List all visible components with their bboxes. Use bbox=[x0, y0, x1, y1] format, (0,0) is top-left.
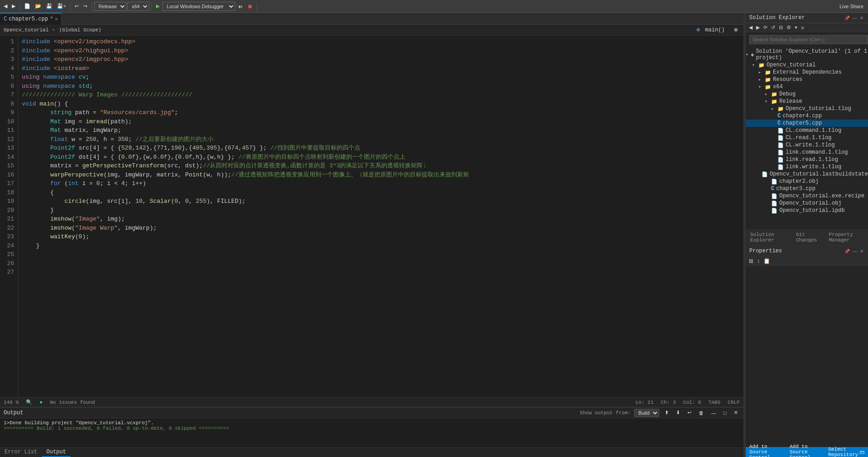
output-minimize-btn[interactable]: — bbox=[709, 409, 718, 417]
back-btn[interactable]: ◀ bbox=[2, 2, 9, 10]
search-solution-input[interactable] bbox=[749, 35, 868, 44]
sol-settings-btn[interactable]: ≡ bbox=[800, 25, 805, 31]
run-btn[interactable]: ▶ bbox=[154, 2, 161, 10]
sol-properties-btn[interactable]: ⚙ bbox=[785, 24, 792, 31]
config-dropdown[interactable]: Release bbox=[94, 2, 126, 11]
tree-item-tlog-main[interactable]: ▸📁Opencv_tutorial.tlog bbox=[746, 105, 868, 112]
sol-forward-btn[interactable]: ▶ bbox=[755, 24, 761, 31]
sol-refresh-btn[interactable]: ↺ bbox=[770, 24, 777, 31]
code-line: using namespace cv; bbox=[22, 73, 740, 82]
code-line: using namespace std; bbox=[22, 82, 740, 91]
output-panel: Output Show output from: Build ⬆ ⬇ ↩ 🗑 —… bbox=[0, 407, 743, 457]
tree-item-exe-recipe[interactable]: 📄Opencv_tutorial.exe.recipe bbox=[746, 192, 868, 200]
code-content[interactable]: 1234567891011121314151617181920212223242… bbox=[0, 35, 743, 397]
output-filter-dropdown[interactable]: Build bbox=[634, 409, 659, 417]
tree-item-cl-cmd[interactable]: 📄CL.command.1.tlog bbox=[746, 127, 868, 134]
tree-item-ext-dep[interactable]: ▸📁External Dependencies bbox=[746, 69, 868, 76]
tree-item-icon: C bbox=[771, 186, 774, 192]
tree-item-proj[interactable]: ▾📁Opencv_tutorial bbox=[746, 61, 868, 69]
line-number: 22 bbox=[4, 224, 14, 233]
tree-item-link-write[interactable]: 📄link.write.1.tlog bbox=[746, 163, 868, 171]
open-btn[interactable]: 📂 bbox=[33, 2, 43, 10]
editor-tab-chapter5[interactable]: C chapter5.cpp * ✕ bbox=[0, 13, 62, 25]
solution-minimize-btn[interactable]: — bbox=[852, 15, 858, 20]
select-repo-label[interactable]: Select Repository bbox=[828, 447, 859, 457]
tree-arrow: ▸ bbox=[765, 91, 771, 97]
tree-item-chapter2-obj[interactable]: 📄chapter2.obj bbox=[746, 178, 868, 185]
expand-editor-btn[interactable]: ⊕ bbox=[732, 26, 740, 34]
output-scroll-up-btn[interactable]: ⬆ bbox=[663, 409, 671, 417]
tree-item-label: Opencv_tutorial bbox=[767, 62, 816, 68]
solution-close-btn[interactable]: ✕ bbox=[859, 15, 864, 20]
props-sort-btn[interactable]: ↕ bbox=[756, 257, 761, 265]
forward-btn[interactable]: ▶ bbox=[10, 2, 17, 10]
tree-item-sol[interactable]: ▾◈Solution 'Opencv_tutorial' (1 of 1 pro… bbox=[746, 48, 868, 61]
error-list-tab[interactable]: Error List bbox=[0, 448, 42, 457]
tree-item-label: Opencv_tutorial.ipdb bbox=[779, 207, 845, 214]
props-pin-btn[interactable]: 📌 bbox=[843, 249, 851, 254]
output-clear-btn[interactable]: 🗑 bbox=[697, 409, 706, 417]
code-body[interactable]: #include <opencv2/imgcodecs.hpp>#include… bbox=[18, 35, 743, 397]
right-tab-property[interactable]: Property Manager bbox=[824, 230, 868, 246]
add-source-control-text[interactable]: Add to Source Control bbox=[749, 444, 788, 457]
tab-close-btn[interactable]: ✕ bbox=[55, 16, 58, 22]
output-title: Output bbox=[4, 410, 23, 416]
tree-item-icon: 📁 bbox=[765, 77, 771, 83]
tree-item-lastbuild[interactable]: 📄Opencv_tutorial.lastbuildstate bbox=[746, 171, 868, 178]
output-wrap-btn[interactable]: ↩ bbox=[686, 409, 693, 417]
sol-filter-btn[interactable]: ▾ bbox=[793, 24, 799, 31]
tree-item-resources[interactable]: ▸📁Resources bbox=[746, 76, 868, 83]
tree-item-icon: 📄 bbox=[777, 164, 784, 170]
tree-item-icon: 📄 bbox=[777, 150, 784, 156]
tree-item-cl-write[interactable]: 📄CL.write.1.tlog bbox=[746, 141, 868, 149]
tree-item-link-cmd[interactable]: 📄link.command.1.tlog bbox=[746, 149, 868, 156]
tree-item-x64[interactable]: ▾📁x64 bbox=[746, 83, 868, 90]
props-close-btn[interactable]: ✕ bbox=[859, 249, 864, 254]
output-maximize-btn[interactable]: □ bbox=[722, 409, 728, 417]
crlf-status: CRLF bbox=[728, 400, 740, 405]
add-source-control-label[interactable]: Add to Source Control bbox=[790, 444, 828, 457]
tree-item-obj[interactable]: 📄Opencv_tutorial.obj bbox=[746, 200, 868, 207]
tree-item-cl-read[interactable]: 📄CL.read.1.tlog bbox=[746, 134, 868, 141]
tab-bar: C chapter5.cpp * ✕ bbox=[0, 13, 743, 25]
right-tab-solution[interactable]: Solution Explorer bbox=[746, 230, 792, 246]
tree-arrow: ▸ bbox=[758, 70, 765, 75]
right-bottom-tabs: Solution ExplorerGit ChangesProperty Man… bbox=[746, 230, 868, 246]
new-file-btn[interactable]: 📄 bbox=[22, 2, 32, 10]
source-control-bar: Add to Source Control Add to Source Cont… bbox=[746, 447, 868, 457]
search-area bbox=[746, 32, 868, 47]
props-minimize-btn[interactable]: — bbox=[852, 249, 858, 254]
sol-sync-btn[interactable]: ⟳ bbox=[762, 24, 769, 31]
tree-item-link-read[interactable]: 📄link.read.1.tlog bbox=[746, 156, 868, 163]
save-btn[interactable]: 💾 bbox=[44, 2, 54, 10]
save-all-btn[interactable]: 💾+ bbox=[55, 2, 68, 10]
debugger-dropdown[interactable]: Local Windows Debugger bbox=[162, 2, 235, 11]
output-scroll-down-btn[interactable]: ⬇ bbox=[674, 409, 682, 417]
tree-item-label: link.read.1.tlog bbox=[786, 156, 838, 163]
tree-item-chapter4[interactable]: Cchapter4.cpp bbox=[746, 112, 868, 120]
output-close-btn[interactable]: ✕ bbox=[732, 409, 740, 417]
platform-dropdown[interactable]: x64 bbox=[127, 2, 149, 11]
sol-collapse-btn[interactable]: ⊟ bbox=[777, 24, 784, 31]
attach-btn[interactable]: ⏯ bbox=[236, 3, 245, 10]
output-tab[interactable]: Output bbox=[42, 448, 71, 457]
stop-btn[interactable]: ⏹ bbox=[246, 3, 254, 10]
live-share-button[interactable]: Live Share bbox=[837, 3, 866, 10]
tree-item-ipdb[interactable]: 📄Opencv_tutorial.ipdb bbox=[746, 207, 868, 214]
props-pages-btn[interactable]: 📋 bbox=[762, 257, 772, 265]
tree-item-release[interactable]: ▾📁Release bbox=[746, 98, 868, 105]
tree-arrow: ▾ bbox=[752, 62, 758, 68]
right-tab-git[interactable]: Git Changes bbox=[792, 230, 824, 246]
tree-arrow: ▾ bbox=[746, 52, 751, 57]
tree-item-icon: 📄 bbox=[777, 157, 784, 163]
tree-item-chapter5[interactable]: Cchapter5.cpp bbox=[746, 120, 868, 127]
solution-pin-btn[interactable]: 📌 bbox=[843, 15, 851, 20]
solution-tree: ▾◈Solution 'Opencv_tutorial' (1 of 1 pro… bbox=[746, 47, 868, 230]
props-grid-btn[interactable]: ⊞ bbox=[747, 257, 755, 265]
tree-item-label: chapter2.obj bbox=[779, 178, 818, 185]
tree-item-chapter3-cpp[interactable]: Cchapter3.cpp bbox=[746, 185, 868, 192]
undo-btn[interactable]: ↩ bbox=[73, 2, 81, 10]
sol-back-btn[interactable]: ◀ bbox=[747, 24, 754, 31]
tree-item-debug[interactable]: ▸📁Debug bbox=[746, 90, 868, 98]
redo-btn[interactable]: ↪ bbox=[81, 2, 89, 10]
